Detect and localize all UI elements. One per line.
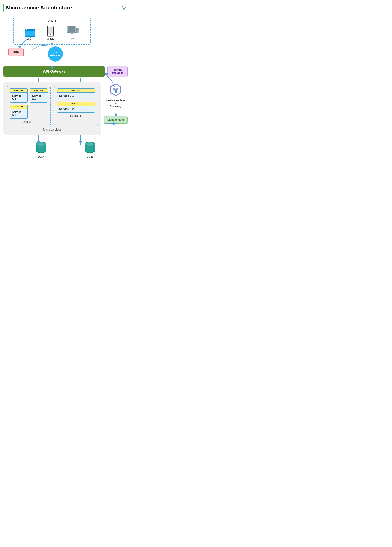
svg-rect-6 (26, 29, 27, 30)
svg-marker-19 (111, 84, 121, 96)
service-a2: REST API Service A.2 (30, 89, 48, 103)
databases-row: DB A DB B (3, 141, 128, 158)
svg-rect-20 (113, 88, 115, 90)
management-box: Management (104, 116, 128, 124)
mobile-icon (47, 26, 54, 37)
service-b2: REST API Service B.2 (57, 102, 95, 113)
service-b1-name: Service B.1 (57, 93, 95, 99)
service-a3-tag: REST API (10, 105, 27, 109)
svg-rect-16 (77, 29, 79, 30)
svg-rect-14 (69, 34, 74, 34)
db-a-item: DB A (34, 141, 48, 158)
domain-a-services: REST API Service A.1 REST API Service A.… (10, 89, 48, 119)
svg-rect-10 (49, 27, 51, 27)
svg-rect-15 (76, 28, 79, 33)
right-panel: Service Registry &Discovery Management (104, 80, 128, 124)
service-b1-tag: REST API (57, 89, 95, 93)
page: Microservice Architecture Client (0, 0, 131, 182)
svg-point-3 (123, 9, 124, 10)
client-box: Client Web (14, 17, 91, 45)
domain-b-label: Domain B (57, 114, 95, 117)
management-label: Management (108, 118, 124, 121)
pc-label: PC (71, 38, 74, 41)
svg-rect-8 (48, 27, 53, 34)
api-gateway-row: API Gateway IdentityProvider (3, 66, 128, 77)
brand-logo (121, 5, 128, 10)
domain-b-services: REST API Service B.1 REST API Service B.… (57, 89, 95, 113)
api-gateway: API Gateway (3, 66, 105, 77)
title-bar-decoration (3, 3, 4, 12)
client-pc: PC (66, 26, 80, 41)
db-b-item: DB B (83, 141, 97, 158)
service-b1: REST API Service B.1 (57, 89, 95, 99)
microservices-area: REST API Service A.1 REST API Service A.… (3, 80, 101, 137)
svg-point-18 (77, 31, 78, 32)
svg-rect-17 (77, 30, 79, 30)
pc-icon (66, 26, 80, 37)
service-a3-name: Service A.3 (10, 109, 27, 118)
service-b2-tag: REST API (57, 102, 95, 106)
service-a2-tag: REST API (30, 89, 47, 93)
svg-rect-12 (68, 26, 75, 32)
domain-a-label: Domain A (10, 120, 48, 123)
web-label: Web (27, 38, 32, 41)
svg-point-27 (36, 142, 46, 146)
svg-point-1 (123, 8, 124, 9)
title-area: Microservice Architecture (3, 3, 72, 12)
cdn-label: CDN (13, 50, 19, 54)
load-balancer-label: LoadBalancer (50, 51, 61, 57)
microservices-container: REST API Service A.1 REST API Service A.… (3, 82, 101, 135)
header: Microservice Architecture (3, 3, 128, 12)
db-b-label: DB B (87, 156, 93, 158)
db-a-icon (34, 141, 48, 154)
db-b-icon (83, 141, 97, 154)
svg-point-26 (36, 149, 46, 153)
db-a-label: DB A (38, 156, 45, 158)
svg-rect-13 (71, 32, 73, 34)
service-registry-label: Service Registry &Discovery (106, 99, 126, 108)
service-a2-name: Service A.2 (30, 93, 47, 102)
api-gateway-label: API Gateway (43, 69, 65, 73)
svg-point-2 (124, 8, 125, 9)
domain-b-box: REST API Service B.1 REST API Service B.… (54, 86, 98, 126)
service-a1: REST API Service A.1 (10, 89, 28, 103)
client-label: Client (19, 20, 85, 23)
svg-point-31 (85, 142, 95, 146)
domain-a-box: REST API Service A.1 REST API Service A.… (7, 86, 51, 126)
svg-rect-22 (115, 90, 117, 92)
load-balancer: LoadBalancer (48, 46, 63, 62)
cdn-box: CDN (8, 48, 24, 56)
domains-row: REST API Service A.1 REST API Service A.… (7, 86, 98, 126)
client-mobile: Mobile (46, 26, 54, 41)
microservices-label: Microservices (7, 128, 98, 131)
client-web: Web (25, 28, 35, 41)
web-icon (25, 28, 35, 37)
service-a3: REST API Service A.3 (10, 104, 28, 119)
service-registry-icon (109, 83, 122, 96)
service-a1-name: Service A.1 (10, 93, 27, 102)
client-icons: Web Mobile (19, 26, 85, 41)
service-b2-name: Service B.2 (57, 106, 95, 112)
svg-point-30 (85, 149, 95, 153)
identity-provider-label: IdentityProvider (112, 68, 123, 74)
service-a1-tag: REST API (10, 89, 27, 93)
mobile-label: Mobile (46, 38, 54, 41)
page-title: Microservice Architecture (6, 5, 72, 11)
brand-icon (121, 5, 126, 10)
svg-rect-21 (116, 88, 118, 90)
identity-provider: IdentityProvider (108, 66, 128, 77)
